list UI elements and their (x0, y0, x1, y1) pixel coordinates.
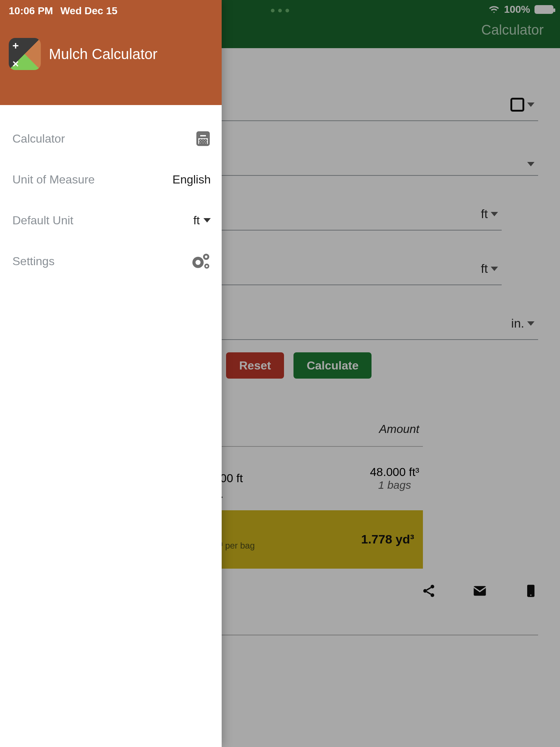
drawer-item-unit-of-measure[interactable]: Unit of Measure English (12, 159, 211, 200)
svg-point-9 (202, 140, 204, 142)
status-time: 10:06 PM (9, 5, 53, 17)
app-icon (9, 38, 41, 70)
drawer-item-label: Unit of Measure (12, 173, 95, 186)
svg-point-17 (205, 256, 207, 258)
drawer-item-settings[interactable]: Settings (12, 241, 211, 282)
svg-rect-7 (199, 134, 207, 138)
gear-icon (190, 252, 211, 270)
svg-point-8 (200, 140, 201, 142)
drawer-item-default-unit[interactable]: Default Unit ft (12, 200, 211, 241)
side-drawer: 10:06 PM Wed Dec 15 Mulch Calculator Cal… (0, 0, 222, 747)
calculator-icon (195, 131, 211, 146)
svg-point-11 (200, 143, 201, 144)
svg-point-15 (195, 260, 201, 265)
status-date: Wed Dec 15 (60, 5, 117, 17)
chevron-down-icon (203, 218, 211, 222)
svg-point-19 (206, 265, 207, 267)
app-name: Mulch Calculator (49, 46, 158, 62)
svg-point-13 (205, 143, 206, 144)
unit-of-measure-value: English (172, 173, 211, 186)
drawer-item-label: Settings (12, 255, 55, 268)
drawer-header: 10:06 PM Wed Dec 15 Mulch Calculator (0, 0, 222, 105)
status-left: 10:06 PM Wed Dec 15 (9, 5, 213, 17)
svg-point-10 (205, 140, 206, 142)
svg-point-12 (202, 143, 204, 144)
default-unit-value: ft (193, 214, 211, 227)
drawer-item-label: Calculator (12, 132, 65, 146)
drawer-item-calculator[interactable]: Calculator (12, 118, 211, 159)
drawer-item-label: Default Unit (12, 214, 73, 227)
